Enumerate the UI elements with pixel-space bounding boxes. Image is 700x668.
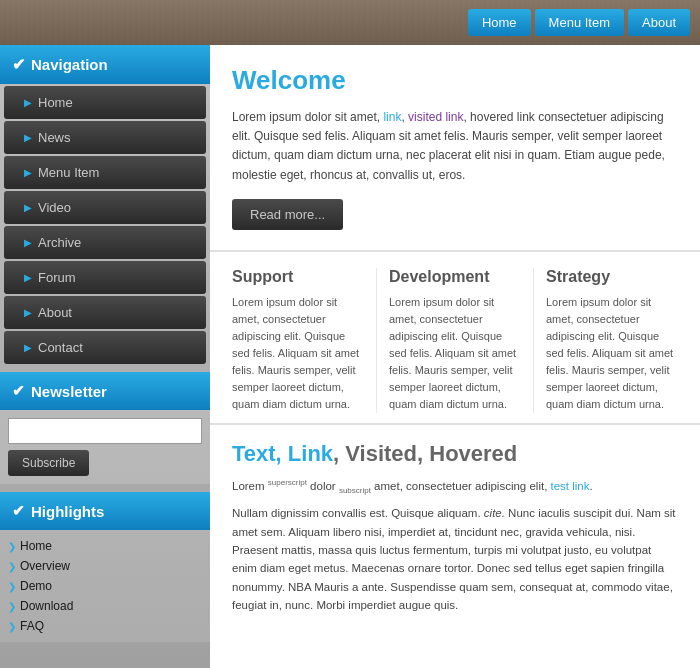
highlight-item-overview[interactable]: ❯ Overview <box>8 556 202 576</box>
nav-item-menuitem[interactable]: ▶ Menu Item <box>4 156 206 189</box>
text-link-para2: Nullam dignissim convallis est. Quisque … <box>232 504 678 614</box>
arrow-icon: ❯ <box>8 621 16 632</box>
arrow-icon: ❯ <box>8 561 16 572</box>
highlights-body: ❯ Home ❯ Overview ❯ Demo ❯ Download ❯ FA… <box>0 530 210 642</box>
nav-item-news[interactable]: ▶ News <box>4 121 206 154</box>
arrow-icon: ▶ <box>24 202 32 213</box>
read-more-button[interactable]: Read more... <box>232 199 343 230</box>
column-development-text: Lorem ipsum dolor sit amet, consectetuer… <box>389 294 521 413</box>
highlight-item-faq[interactable]: ❯ FAQ <box>8 616 202 636</box>
text-link-section: Text, Link, Visited, Hovered Lorem super… <box>210 423 700 630</box>
three-columns: Support Lorem ipsum dolor sit amet, cons… <box>210 252 700 423</box>
newsletter-body: Subscribe <box>0 410 210 484</box>
nav-item-label: Archive <box>38 235 81 250</box>
newsletter-header: ✔ Newsletter <box>0 372 210 410</box>
highlight-item-home[interactable]: ❯ Home <box>8 536 202 556</box>
column-support-text: Lorem ipsum dolor sit amet, consectetuer… <box>232 294 364 413</box>
highlights-header: ✔ Highlights <box>0 492 210 530</box>
nav-item-label: About <box>38 305 72 320</box>
highlight-item-label: Overview <box>20 559 70 573</box>
newsletter-input[interactable] <box>8 418 202 444</box>
arrow-icon: ❯ <box>8 541 16 552</box>
welcome-text-before-link: Lorem ipsum dolor sit amet, <box>232 110 383 124</box>
check-icon: ✔ <box>12 382 25 400</box>
arrow-icon: ❯ <box>8 601 16 612</box>
welcome-link[interactable]: link <box>383 110 401 124</box>
newsletter-label: Newsletter <box>31 383 107 400</box>
check-icon: ✔ <box>12 502 25 520</box>
superscript-text: superscript <box>268 478 307 487</box>
title-visited-part: , Visited, Hovered <box>333 441 517 466</box>
nav-item-label: Menu Item <box>38 165 99 180</box>
welcome-body: Lorem ipsum dolor sit amet, link, visite… <box>232 108 678 185</box>
nav-item-contact[interactable]: ▶ Contact <box>4 331 206 364</box>
nav-items-list: ▶ Home ▶ News ▶ Menu Item ▶ Video ▶ Arch… <box>0 86 210 364</box>
nav-item-label: Home <box>38 95 73 110</box>
column-support-title: Support <box>232 268 364 286</box>
arrow-icon: ▶ <box>24 342 32 353</box>
main-layout: ✔ Navigation ▶ Home ▶ News ▶ Menu Item ▶… <box>0 45 700 668</box>
highlight-item-demo[interactable]: ❯ Demo <box>8 576 202 596</box>
topnav-about-button[interactable]: About <box>628 9 690 36</box>
nav-item-forum[interactable]: ▶ Forum <box>4 261 206 294</box>
arrow-icon: ▶ <box>24 237 32 248</box>
subscribe-button[interactable]: Subscribe <box>8 450 89 476</box>
highlight-item-label: FAQ <box>20 619 44 633</box>
highlight-item-label: Home <box>20 539 52 553</box>
welcome-title: Welcome <box>232 65 678 96</box>
welcome-section: Welcome Lorem ipsum dolor sit amet, link… <box>210 45 700 252</box>
highlights-label: Highlights <box>31 503 104 520</box>
text-link-para1: Lorem superscript dolor subscript amet, … <box>232 477 678 498</box>
highlight-item-download[interactable]: ❯ Download <box>8 596 202 616</box>
column-development: Development Lorem ipsum dolor sit amet, … <box>377 268 534 413</box>
column-support: Support Lorem ipsum dolor sit amet, cons… <box>220 268 377 413</box>
arrow-icon: ▶ <box>24 132 32 143</box>
top-navbar: Home Menu Item About <box>0 0 700 45</box>
arrow-icon: ❯ <box>8 581 16 592</box>
column-strategy: Strategy Lorem ipsum dolor sit amet, con… <box>534 268 690 413</box>
arrow-icon: ▶ <box>24 97 32 108</box>
nav-header-label: Navigation <box>31 56 108 73</box>
column-strategy-text: Lorem ipsum dolor sit amet, consectetuer… <box>546 294 678 413</box>
column-development-title: Development <box>389 268 521 286</box>
text-link-title: Text, Link, Visited, Hovered <box>232 441 678 467</box>
nav-item-video[interactable]: ▶ Video <box>4 191 206 224</box>
nav-header: ✔ Navigation <box>0 45 210 84</box>
arrow-icon: ▶ <box>24 167 32 178</box>
nav-item-label: News <box>38 130 71 145</box>
title-link-part[interactable]: Link <box>288 441 333 466</box>
highlight-item-label: Download <box>20 599 73 613</box>
welcome-visited-link[interactable]: visited link <box>408 110 463 124</box>
highlight-item-label: Demo <box>20 579 52 593</box>
italic-text: cite. <box>484 507 505 519</box>
nav-item-about[interactable]: ▶ About <box>4 296 206 329</box>
nav-item-label: Forum <box>38 270 76 285</box>
sidebar: ✔ Navigation ▶ Home ▶ News ▶ Menu Item ▶… <box>0 45 210 668</box>
check-icon: ✔ <box>12 55 25 74</box>
test-link[interactable]: test link <box>551 480 590 492</box>
text-link-body: Lorem superscript dolor subscript amet, … <box>232 477 678 614</box>
topnav-menuitem-button[interactable]: Menu Item <box>535 9 624 36</box>
subscript-text: subscript <box>339 486 371 495</box>
nav-item-label: Video <box>38 200 71 215</box>
nav-item-archive[interactable]: ▶ Archive <box>4 226 206 259</box>
arrow-icon: ▶ <box>24 307 32 318</box>
arrow-icon: ▶ <box>24 272 32 283</box>
main-content: Welcome Lorem ipsum dolor sit amet, link… <box>210 45 700 668</box>
column-strategy-title: Strategy <box>546 268 678 286</box>
title-text-part: Text, <box>232 441 288 466</box>
topnav-home-button[interactable]: Home <box>468 9 531 36</box>
nav-item-home[interactable]: ▶ Home <box>4 86 206 119</box>
nav-item-label: Contact <box>38 340 83 355</box>
